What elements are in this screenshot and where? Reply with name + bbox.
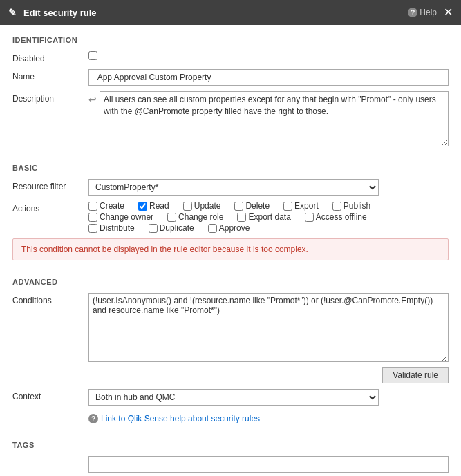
disabled-checkbox[interactable] xyxy=(88,51,97,60)
action-duplicate[interactable]: Duplicate xyxy=(149,223,194,233)
delete-checkbox[interactable] xyxy=(234,202,243,211)
help-link[interactable]: ? Link to Qlik Sense help about security… xyxy=(88,414,449,423)
tags-section: TAGS xyxy=(12,441,449,473)
validate-row: Validate rule xyxy=(88,367,449,383)
conditions-row: Conditions (!user.IsAnonymous() and !(re… xyxy=(12,293,449,383)
context-row: Context Both in hub and QMC Hub QMC xyxy=(12,389,449,406)
conditions-textarea[interactable]: (!user.IsAnonymous() and !(resource.name… xyxy=(88,293,449,362)
close-button[interactable]: ✕ xyxy=(444,7,453,18)
description-textarea[interactable]: All users can see all custom properties … xyxy=(100,91,449,146)
action-approve[interactable]: Approve xyxy=(208,223,250,233)
description-row: Description ↩ All users can see all cust… xyxy=(12,91,449,146)
basic-title: BASIC xyxy=(12,164,449,172)
action-update[interactable]: Update xyxy=(183,201,221,211)
action-access-offline[interactable]: Access offline xyxy=(305,212,367,222)
disabled-field xyxy=(88,51,449,62)
actions-row-1: Create Read Update Delete Export xyxy=(88,201,449,211)
export-label: Export xyxy=(294,201,319,211)
header: ✎ Edit security rule ? Help ✕ xyxy=(0,0,461,25)
duplicate-checkbox[interactable] xyxy=(149,224,158,233)
warning-box: This condition cannot be displayed in th… xyxy=(12,238,449,260)
change-role-label: Change role xyxy=(178,212,223,222)
name-label: Name xyxy=(12,69,88,82)
disabled-label: Disabled xyxy=(12,51,88,64)
action-export[interactable]: Export xyxy=(283,201,319,211)
conditions-label: Conditions xyxy=(12,293,88,305)
action-publish[interactable]: Publish xyxy=(332,201,370,211)
help-label: Help xyxy=(420,8,437,17)
header-right: ? Help ✕ xyxy=(408,7,453,18)
export-checkbox[interactable] xyxy=(283,202,292,211)
help-link-spacer xyxy=(12,411,88,414)
distribute-checkbox[interactable] xyxy=(88,224,97,233)
tags-label xyxy=(12,456,88,459)
help-button[interactable]: ? Help xyxy=(408,8,437,17)
read-label: Read xyxy=(149,201,169,211)
header-left: ✎ Edit security rule xyxy=(8,7,96,18)
disabled-row: Disabled xyxy=(12,51,449,64)
identification-section: IDENTIFICATION Disabled Name Description… xyxy=(12,36,449,146)
action-change-role[interactable]: Change role xyxy=(167,212,223,222)
actions-checkboxes: Create Read Update Delete Export xyxy=(88,201,449,233)
resource-filter-label: Resource filter xyxy=(12,179,88,191)
divider-1 xyxy=(12,155,449,155)
name-row: Name xyxy=(12,69,449,86)
approve-checkbox[interactable] xyxy=(208,224,217,233)
context-field: Both in hub and QMC Hub QMC xyxy=(88,389,449,406)
action-create[interactable]: Create xyxy=(88,201,124,211)
action-export-data[interactable]: Export data xyxy=(237,212,290,222)
actions-row-3: Distribute Duplicate Approve xyxy=(88,223,449,233)
distribute-label: Distribute xyxy=(100,223,135,233)
page-title: Edit security rule xyxy=(23,8,96,18)
change-owner-label: Change owner xyxy=(100,212,153,222)
help-circle-icon: ? xyxy=(408,8,417,17)
undo-icon[interactable]: ↩ xyxy=(88,94,97,105)
basic-section: BASIC Resource filter CustomProperty* Ac… xyxy=(12,164,449,260)
advanced-section: ADVANCED Conditions (!user.IsAnonymous()… xyxy=(12,278,449,423)
export-data-checkbox[interactable] xyxy=(237,213,246,222)
access-offline-label: Access offline xyxy=(316,212,367,222)
create-checkbox[interactable] xyxy=(88,202,97,211)
divider-2 xyxy=(12,269,449,269)
divider-3 xyxy=(12,432,449,432)
help-link-row: ? Link to Qlik Sense help about security… xyxy=(12,411,449,423)
tags-title: TAGS xyxy=(12,441,449,449)
change-owner-checkbox[interactable] xyxy=(88,213,97,222)
duplicate-label: Duplicate xyxy=(160,223,194,233)
resource-filter-select[interactable]: CustomProperty* xyxy=(88,179,379,196)
actions-container: Create Read Update Delete Export xyxy=(88,201,449,233)
update-checkbox[interactable] xyxy=(183,202,192,211)
name-field-wrapper xyxy=(88,69,449,86)
change-role-checkbox[interactable] xyxy=(167,213,176,222)
action-read[interactable]: Read xyxy=(138,201,169,211)
action-change-owner[interactable]: Change owner xyxy=(88,212,153,222)
context-select[interactable]: Both in hub and QMC Hub QMC xyxy=(88,389,379,406)
actions-row: Actions Create Read Update xyxy=(12,201,449,233)
action-distribute[interactable]: Distribute xyxy=(88,223,135,233)
tags-row xyxy=(12,456,449,473)
read-checkbox[interactable] xyxy=(138,202,147,211)
help-circle-icon-2: ? xyxy=(88,414,98,423)
approve-label: Approve xyxy=(219,223,250,233)
conditions-field-wrapper: (!user.IsAnonymous() and !(resource.name… xyxy=(88,293,449,383)
publish-checkbox[interactable] xyxy=(332,202,341,211)
validate-button[interactable]: Validate rule xyxy=(382,367,449,383)
edit-icon: ✎ xyxy=(8,7,17,18)
resource-filter-field: CustomProperty* xyxy=(88,179,449,196)
access-offline-checkbox[interactable] xyxy=(305,213,314,222)
publish-label: Publish xyxy=(344,201,370,211)
create-label: Create xyxy=(100,201,124,211)
actions-label: Actions xyxy=(12,201,88,213)
resource-filter-row: Resource filter CustomProperty* xyxy=(12,179,449,196)
tags-input[interactable] xyxy=(88,456,449,473)
description-wrapper: ↩ All users can see all custom propertie… xyxy=(88,91,449,146)
actions-row-2: Change owner Change role Export data Acc… xyxy=(88,212,449,222)
help-link-content: ? Link to Qlik Sense help about security… xyxy=(88,411,449,423)
identification-title: IDENTIFICATION xyxy=(12,36,449,44)
name-input[interactable] xyxy=(88,69,449,86)
tags-field xyxy=(88,456,449,473)
update-label: Update xyxy=(194,201,221,211)
export-data-label: Export data xyxy=(248,212,290,222)
action-delete[interactable]: Delete xyxy=(234,201,270,211)
description-field-wrapper: ↩ All users can see all custom propertie… xyxy=(88,91,449,146)
